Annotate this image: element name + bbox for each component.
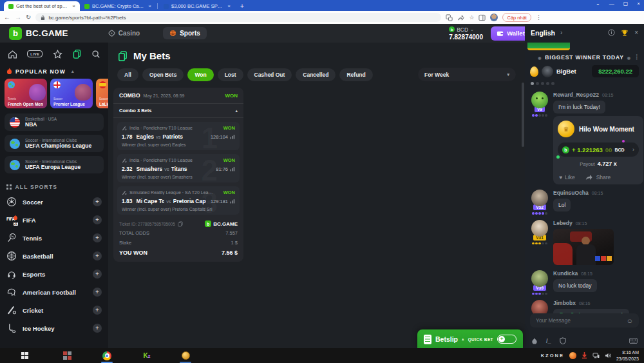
tab-close-icon[interactable]: × — [72, 3, 75, 9]
like-label[interactable]: Like — [565, 174, 575, 181]
league-row-uel[interactable]: Soccer · International ClubsUEFA Europa … — [5, 156, 104, 173]
emoji-icon[interactable]: ☺ — [627, 317, 633, 324]
sidebar-sport-soccer[interactable]: Soccer + — [0, 193, 108, 211]
chat-username[interactable]: Jimbobx — [553, 300, 576, 306]
expand-plus-icon[interactable]: + — [93, 324, 102, 333]
trophy-icon[interactable] — [621, 29, 629, 37]
share-icon[interactable] — [457, 14, 464, 21]
biggest-winner-row[interactable]: BigBet $222,260.22 — [525, 62, 644, 79]
url-bar[interactable]: bc.game/sports?bt-path=%2Fbets — [35, 13, 441, 22]
chat-username[interactable]: EquinsuOcha — [553, 190, 589, 196]
search-icon[interactable] — [91, 50, 100, 59]
network-icon[interactable] — [592, 353, 600, 358]
share-icon[interactable] — [585, 174, 592, 181]
rules-shield-icon[interactable] — [560, 337, 566, 344]
nav-sports[interactable]: Sports — [163, 27, 207, 39]
quick-bet-toggle[interactable]: + — [497, 335, 516, 344]
tab-search-icon[interactable]: ⌄ — [596, 1, 600, 6]
popular-card-laliga[interactable]: Soccer LaLiga — [96, 79, 108, 108]
browser-profile-avatar[interactable] — [490, 14, 498, 21]
bet-leg-1[interactable]: 1 India · Pondicherry T10 League WON 1.7… — [117, 122, 240, 150]
league-row-ucl[interactable]: Soccer · International ClubsUEFA Champio… — [5, 135, 104, 152]
close-button[interactable]: × — [637, 1, 640, 6]
expand-plus-icon[interactable]: + — [93, 197, 102, 206]
period-filter-dropdown[interactable]: For Week ▾ — [418, 68, 516, 81]
chrome-update-button[interactable]: Cập nhật — [502, 13, 531, 22]
taskbar-app-icon[interactable] — [61, 349, 73, 362]
stats-icon[interactable] — [230, 166, 235, 172]
chat-language-selector[interactable]: English — [531, 29, 555, 37]
bet-leg-3[interactable]: 3 Simulated Reality League · SA T20 Leag… — [117, 186, 240, 215]
translate-icon[interactable] — [446, 14, 453, 21]
browser-tab-1[interactable]: Get the best out of sports bettin × — [4, 1, 80, 11]
new-tab-button[interactable]: + — [240, 3, 244, 10]
kzone-app-icon[interactable]: Kz — [140, 349, 153, 362]
favorites-star-icon[interactable] — [53, 50, 62, 59]
keyboard-icon[interactable] — [629, 338, 638, 344]
nav-casino[interactable]: Casino — [102, 27, 146, 39]
live-icon[interactable]: LIVE — [27, 50, 43, 57]
tab-won[interactable]: Won — [187, 68, 213, 81]
volume-icon[interactable] — [605, 353, 611, 358]
sidebar-sport-american-football[interactable]: American Football + — [0, 283, 108, 301]
sidebar-sport-ice-hockey[interactable]: Ice Hockey + — [0, 319, 108, 337]
avatar[interactable] — [531, 92, 548, 108]
commands-icon[interactable]: /_ — [546, 338, 551, 344]
avatar[interactable] — [531, 190, 548, 206]
more-menu-icon[interactable]: ⋮ — [634, 54, 640, 60]
message-input[interactable]: Your Message ☺ — [530, 313, 639, 328]
start-button[interactable] — [18, 349, 31, 362]
sidebar-sport-tennis[interactable]: Tennis + — [0, 229, 108, 247]
popular-card-french-open[interactable]: Tennis French Open Men — [5, 79, 47, 108]
chat-username[interactable]: Reward_Respo22 — [553, 92, 599, 98]
scrollbar-thumb[interactable] — [522, 83, 524, 147]
minimize-button[interactable]: — — [609, 1, 614, 6]
side-panel-icon[interactable] — [478, 14, 486, 21]
bet-leg-2[interactable]: 2 India · Pondicherry T10 League WON 2.3… — [117, 154, 240, 182]
home-icon[interactable] — [8, 50, 17, 59]
tray-app-icon[interactable] — [569, 352, 576, 359]
avatar[interactable] — [531, 220, 548, 237]
promo-banner-fragment[interactable] — [527, 43, 570, 50]
tab-lost[interactable]: Lost — [218, 68, 243, 81]
share-label[interactable]: Share — [596, 174, 611, 181]
copy-icon[interactable] — [178, 221, 183, 227]
win-amount-pill[interactable]: b + 1.221263 00 BCD › — [558, 142, 639, 157]
tab-close-icon[interactable]: × — [148, 3, 151, 9]
expand-plus-icon[interactable]: + — [93, 251, 102, 260]
chrome-taskbar-icon[interactable] — [100, 349, 113, 362]
chat-username[interactable]: Kundicka — [553, 270, 578, 277]
maximize-button[interactable]: ▢ — [623, 1, 629, 6]
currency-selector[interactable]: b BCD ⌄ 7.82874000 — [449, 26, 483, 41]
stats-icon[interactable] — [230, 134, 235, 139]
stats-icon[interactable] — [230, 199, 235, 204]
chat-gif[interactable] — [553, 229, 614, 265]
close-chat-icon[interactable]: × — [634, 29, 638, 36]
league-row-nba[interactable]: Basketball · USANBA — [5, 113, 104, 131]
like-icon[interactable]: ♥ — [559, 174, 562, 181]
expand-plus-icon[interactable]: + — [93, 233, 102, 242]
popular-card-premier-league[interactable]: Soccer Premier League — [50, 79, 93, 108]
download-arrow-icon[interactable] — [582, 352, 587, 359]
tab-close-icon[interactable]: × — [227, 3, 231, 9]
chat-username[interactable]: Lebedy — [553, 220, 573, 226]
expand-plus-icon[interactable]: + — [93, 215, 102, 224]
chrome-menu-icon[interactable]: ⋮ — [536, 14, 542, 21]
tab-open-bets[interactable]: Open Bets — [142, 68, 184, 81]
tab-refund[interactable]: Refund — [339, 68, 372, 81]
coin-app-icon[interactable] — [179, 349, 192, 362]
sidebar-sport-cricket[interactable]: Cricket + — [0, 301, 108, 319]
expand-plus-icon[interactable]: + — [93, 270, 102, 279]
tab-cancelled[interactable]: Cancelled — [296, 68, 336, 81]
combo-summary-row[interactable]: Combo 3 Bets ▴ — [113, 104, 243, 118]
collapse-caret-icon[interactable]: ▴ — [71, 69, 75, 74]
taskbar-clock[interactable]: 8:16 AM 23/05/2023 — [616, 349, 639, 362]
my-bets-icon[interactable] — [72, 49, 82, 59]
expand-plus-icon[interactable]: + — [93, 306, 102, 315]
expand-plus-icon[interactable]: + — [93, 288, 102, 297]
forward-icon[interactable]: → — [15, 14, 21, 21]
sidebar-sport-fifa[interactable]: FIFA 21 FIFA + — [0, 211, 108, 229]
tab-cashed-out[interactable]: Cashed Out — [247, 68, 292, 81]
rain-tip-icon[interactable] — [531, 337, 538, 344]
bookmark-star-icon[interactable]: ☆ — [469, 14, 474, 21]
